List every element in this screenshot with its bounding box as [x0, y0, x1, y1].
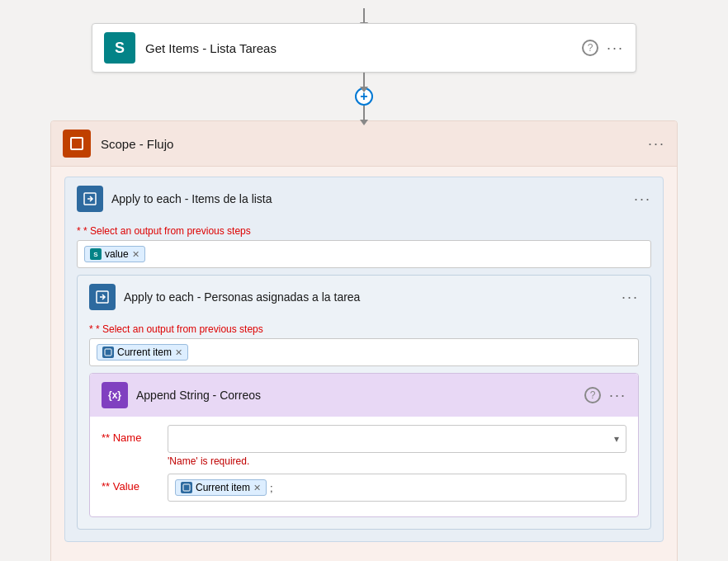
- get-items-actions: ? ···: [582, 40, 624, 57]
- append-help-icon[interactable]: ?: [584, 387, 601, 403]
- scope-icon: [63, 130, 91, 158]
- value-token-close[interactable]: ✕: [253, 483, 261, 493]
- append-string-card: {x} Append String - Correos ? ···: [89, 373, 639, 517]
- apply-each-outer-body: * * Select an output from previous steps…: [65, 220, 663, 541]
- value-field-label: ** Value: [102, 474, 168, 493]
- apply-each-inner-header: Apply to each - Personas asignadas a la …: [78, 276, 650, 318]
- append-title: Append String - Correos: [128, 389, 584, 402]
- scope-title: Scope - Flujo: [91, 137, 648, 151]
- scope-body: Apply to each - Items de la lista ··· * …: [51, 167, 677, 561]
- apply-each-outer-header: Apply to each - Items de la lista ···: [65, 177, 663, 220]
- get-items-dots-button[interactable]: ···: [607, 40, 624, 57]
- apply-each-inner-icon: [89, 284, 116, 310]
- top-connector: [363, 8, 365, 23]
- append-icon: {x}: [102, 382, 128, 408]
- arrow-down-top: [363, 8, 365, 23]
- arrow-down-plus-bottom: [363, 106, 365, 120]
- outer-token-close[interactable]: ✕: [132, 249, 139, 260]
- outer-select-label: * * Select an output from previous steps: [77, 225, 651, 237]
- apply-each-outer-title: Apply to each - Items de la lista: [103, 192, 634, 205]
- inner-token-icon: [102, 346, 114, 358]
- apply-each-outer-icon: [77, 186, 103, 212]
- scope-header: Scope - Flujo ···: [51, 121, 677, 167]
- apply-each-outer-card: Apply to each - Items de la lista ··· * …: [64, 177, 664, 542]
- value-field-input[interactable]: Current item ✕ ;: [168, 474, 626, 502]
- outer-select-input[interactable]: S value ✕: [77, 240, 651, 268]
- svg-rect-3: [105, 349, 111, 356]
- apply-each-inner-title: Apply to each - Personas asignadas a la …: [116, 290, 622, 304]
- name-required-message: 'Name' is required.: [168, 455, 626, 467]
- svg-rect-4: [183, 484, 190, 491]
- value-field-row: ** Value: [102, 474, 626, 502]
- inner-value-token: Current item ✕: [97, 344, 188, 361]
- get-items-title: Get Items - Lista Tareas: [135, 41, 582, 55]
- sharepoint-icon: S: [104, 32, 135, 64]
- outer-token-icon: S: [90, 248, 102, 260]
- name-dropdown-arrow: ▾: [614, 433, 619, 445]
- value-token-icon: [181, 482, 192, 493]
- name-field-content: ▾ 'Name' is required.: [168, 425, 626, 467]
- value-token: Current item ✕: [175, 479, 267, 496]
- arrow-down-plus-top: [363, 73, 365, 87]
- svg-rect-0: [71, 138, 83, 149]
- append-body: ** Name ▾ 'Name' is required.: [90, 417, 638, 516]
- inner-select-label: * * Select an output from previous steps: [89, 323, 639, 335]
- scope-dots-button[interactable]: ···: [648, 135, 665, 153]
- append-actions: ? ···: [584, 387, 626, 404]
- canvas: S Get Items - Lista Tareas ? ··· + Scope…: [0, 0, 728, 561]
- plus-connector: +: [355, 73, 373, 120]
- apply-each-inner-card: Apply to each - Personas asignadas a la …: [77, 275, 651, 530]
- apply-each-outer-dots-button[interactable]: ···: [634, 191, 651, 208]
- inner-token-close[interactable]: ✕: [175, 347, 182, 358]
- name-field-label: ** Name: [102, 425, 168, 444]
- get-items-card: S Get Items - Lista Tareas ? ···: [92, 23, 636, 73]
- apply-each-inner-dots-button[interactable]: ···: [622, 289, 639, 306]
- name-field-input[interactable]: ▾: [168, 425, 626, 453]
- semicolon: ;: [270, 482, 273, 494]
- scope-container: Scope - Flujo ··· Apply to each - Items …: [50, 120, 678, 561]
- apply-each-inner-body: * * Select an output from previous steps: [78, 318, 650, 529]
- append-dots-button[interactable]: ···: [609, 387, 626, 404]
- name-field-row: ** Name ▾ 'Name' is required.: [102, 425, 626, 467]
- outer-value-token: S value ✕: [84, 246, 145, 262]
- inner-select-input[interactable]: Current item ✕: [89, 338, 639, 366]
- value-field-content: Current item ✕ ;: [168, 474, 626, 502]
- get-items-help-icon[interactable]: ?: [582, 40, 598, 56]
- append-header: {x} Append String - Correos ? ···: [90, 374, 638, 417]
